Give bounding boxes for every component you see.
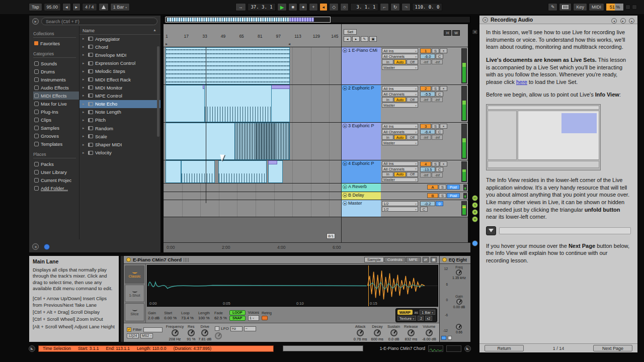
send-b-knob[interactable]: -inf: [432, 97, 443, 102]
sample-param[interactable]: Gain 2.0 dB: [148, 311, 159, 320]
re-enable-automation-button[interactable]: ○: [340, 3, 349, 11]
midi-overdub-button[interactable]: +: [309, 3, 317, 11]
browser-device-row[interactable]: ▸ MIDI Effect Rack: [79, 75, 160, 83]
monitor-in-button[interactable]: In: [382, 59, 393, 64]
device-tab[interactable]: Controls: [384, 257, 406, 262]
return-track-header[interactable]: ▾ B Delay B S Post: [342, 192, 468, 200]
track-lane-2[interactable]: [164, 85, 341, 123]
arrangement-menu-icon[interactable]: ≡: [472, 29, 478, 35]
punch-out-button[interactable]: ¬: [401, 3, 410, 11]
volume-field[interactable]: -13.5: [420, 167, 435, 172]
filter-knob[interactable]: Res 91 %: [187, 324, 195, 341]
retrig-toggle[interactable]: [262, 316, 268, 320]
track-header[interactable]: ▾ 1 E-Piano CMi All Ins▾ All Channels▾ I…: [342, 47, 468, 85]
sidebar-category-item[interactable]: Drums: [33, 67, 79, 75]
volume-field[interactable]: -5.5: [420, 92, 435, 97]
lock-envelopes-button[interactable]: ▣: [369, 36, 377, 42]
output-menu[interactable]: Master▾: [382, 140, 418, 145]
post-button[interactable]: Post: [447, 193, 460, 198]
device-activator[interactable]: [126, 257, 131, 262]
master-lane[interactable]: [164, 200, 341, 217]
half-tempo-button[interactable]: :2: [418, 316, 424, 321]
browser-device-row[interactable]: ▸ Melodic Steps: [79, 67, 160, 75]
sidebar-place-item[interactable]: Add Folder...: [33, 184, 79, 192]
knob-dial[interactable]: [172, 329, 179, 336]
empty-lane-area[interactable]: [164, 217, 341, 243]
pan-field[interactable]: C: [436, 54, 443, 59]
track-fold-button[interactable]: ▾: [343, 201, 347, 206]
track-activator[interactable]: 1: [420, 48, 431, 53]
solo-button[interactable]: S: [432, 161, 439, 166]
computer-midi-keyboard-button[interactable]: [559, 3, 572, 11]
browser-device-row[interactable]: ▸ Shaper MIDI: [79, 140, 160, 148]
expand-caret-icon[interactable]: ▸: [83, 102, 86, 106]
return-name-chip[interactable]: ▾ B Delay: [342, 192, 381, 200]
browser-device-row[interactable]: ▸ Expression Control: [79, 59, 160, 67]
input-type-menu[interactable]: All Ins▾: [382, 48, 418, 53]
follow-button[interactable]: →: [235, 3, 246, 11]
device-activator[interactable]: [442, 257, 447, 262]
browser-device-row[interactable]: ▸ Velocity: [79, 149, 160, 157]
monitor-auto-button[interactable]: Auto: [394, 97, 406, 102]
monitor-off-button[interactable]: Off: [407, 135, 418, 140]
return-solo-button[interactable]: S: [439, 185, 446, 190]
track-name-chip[interactable]: ▾ 1 E-Piano CMi: [342, 47, 381, 84]
return-activator[interactable]: A: [427, 185, 438, 190]
arrangement-clip[interactable]: [181, 160, 215, 183]
record-button[interactable]: ●: [299, 3, 307, 11]
track-fold-button[interactable]: ▾: [343, 48, 347, 53]
nudge-up-button[interactable]: ▸: [72, 3, 81, 11]
arm-button[interactable]: ●: [440, 48, 447, 53]
expand-caret-icon[interactable]: ▸: [83, 110, 86, 114]
lesson-forward-icon[interactable]: ▸: [620, 18, 626, 24]
master-track-header[interactable]: ▾ Master 1/2▾ 1/2▾ -0.2 0 C: [342, 200, 468, 217]
knob-dial[interactable]: [426, 329, 433, 336]
sidebar-item-favorites[interactable]: Favorites: [33, 39, 79, 47]
arrangement-clip[interactable]: [234, 123, 289, 160]
playback-mode-button[interactable]: 1-Shot: [125, 285, 144, 303]
track-name-chip[interactable]: ▾ 2 Euphoric P: [342, 85, 381, 122]
sidebar-category-item[interactable]: Clips: [33, 116, 79, 124]
input-channel-menu[interactable]: All Channels▾: [382, 92, 418, 97]
sidebar-category-item[interactable]: MIDI Effects: [33, 92, 79, 100]
return-solo-button[interactable]: S: [439, 193, 446, 198]
browser-device-row[interactable]: ▸ Random: [79, 124, 160, 132]
monitor-in-button[interactable]: In: [382, 135, 393, 140]
key-map-button[interactable]: Key: [573, 3, 587, 11]
output-menu[interactable]: Master▾: [382, 103, 418, 108]
unfold-triangle-button[interactable]: [486, 226, 496, 235]
midi-map-button[interactable]: MIDI: [589, 3, 604, 11]
track-header[interactable]: ▾ 4 Euphoric P All Ins▾ All Channels▾ In…: [342, 160, 468, 184]
eq-freq-knob[interactable]: [456, 269, 462, 276]
sample-param[interactable]: Start 0.00 %: [164, 311, 177, 320]
loop-length-display[interactable]: 110. 0. 0: [412, 3, 443, 11]
monitor-auto-button[interactable]: Auto: [394, 135, 406, 140]
expand-caret-icon[interactable]: ▸: [83, 61, 86, 65]
browser-fold-button[interactable]: ▸: [32, 18, 39, 25]
arrangement-clip[interactable]: [268, 160, 277, 164]
expand-caret-icon[interactable]: ▸: [83, 37, 86, 41]
browser-device-row[interactable]: ▸ MPE Control: [79, 92, 160, 100]
optimize-width-button[interactable]: W: [452, 30, 460, 36]
arrangement-clip[interactable]: [218, 160, 266, 183]
eq-gain-knob[interactable]: [456, 299, 462, 305]
sidebar-category-item[interactable]: Instruments: [33, 75, 79, 83]
send-b-knob[interactable]: -inf: [432, 59, 443, 64]
voices-menu[interactable]: 1▾: [248, 315, 259, 321]
track-fold-button[interactable]: ▾: [343, 124, 347, 128]
optimize-height-button[interactable]: H: [444, 30, 451, 36]
monitor-off-button[interactable]: Off: [407, 97, 418, 102]
eq-q-knob[interactable]: [456, 324, 462, 330]
warp-bars-menu[interactable]: 1 Bar▾: [420, 310, 435, 315]
input-type-menu[interactable]: All Ins▾: [382, 86, 418, 91]
envelope-knob[interactable]: Release 832 ms: [404, 324, 418, 341]
next-page-button[interactable]: Next Page: [593, 345, 632, 351]
track-lane-3[interactable]: [164, 123, 341, 160]
browser-device-row[interactable]: ▸ Note Echo: [79, 100, 160, 108]
knob-dial[interactable]: [374, 329, 381, 336]
return-track-header[interactable]: ▾ A Reverb A S Post: [342, 184, 468, 192]
master-out-menu[interactable]: 1/2▾: [382, 201, 418, 206]
mixer-section-toggle[interactable]: S: [472, 202, 478, 208]
prev-locator-button[interactable]: ◂: [344, 36, 351, 42]
expand-caret-icon[interactable]: ▸: [83, 69, 86, 73]
